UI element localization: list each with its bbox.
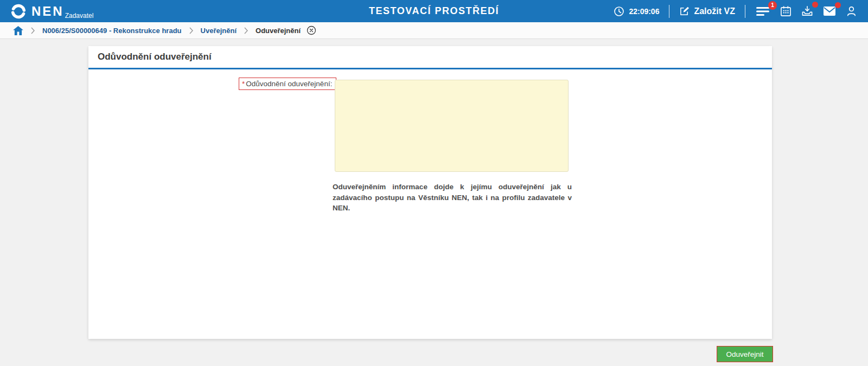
person-icon — [846, 5, 857, 17]
brand-subtitle: Zadavatel — [65, 12, 94, 20]
downloads-badge-dot — [812, 2, 818, 8]
header-divider — [745, 5, 745, 18]
required-asterisk: * — [242, 80, 245, 88]
clock-time: 22:09:06 — [629, 7, 659, 16]
reason-textarea[interactable] — [335, 80, 569, 172]
nen-logo-icon — [10, 3, 27, 20]
create-vz-button[interactable]: Založit VZ — [679, 6, 735, 16]
menu-button[interactable]: 1 — [755, 5, 771, 18]
card-title-row: Odůvodnění oduveřejnění — [88, 46, 772, 69]
app-logo[interactable]: NEN Zadavatel — [10, 3, 93, 20]
breadcrumb-item-uverejneni[interactable]: Uveřejnění — [201, 27, 237, 35]
main-content: Odůvodnění oduveřejnění *Odůvodnění oduv… — [0, 39, 868, 366]
reason-label-text: Odůvodnění oduveřejnění: — [246, 80, 332, 88]
clock-icon — [614, 6, 624, 17]
pencil-square-icon — [679, 6, 690, 16]
user-button[interactable] — [845, 4, 858, 18]
top-header: NEN Zadavatel TESTOVACÍ PROSTŘEDÍ 22:09:… — [0, 0, 868, 22]
menu-badge: 1 — [768, 1, 777, 10]
header-divider — [669, 5, 669, 18]
clock: 22:09:06 — [614, 6, 659, 17]
download-inbox-icon — [801, 5, 813, 17]
chevron-right-icon — [189, 27, 194, 34]
create-vz-label: Založit VZ — [694, 7, 735, 16]
messages-badge-dot — [835, 2, 841, 8]
form-card: Odůvodnění oduveřejnění *Odůvodnění oduv… — [88, 46, 772, 339]
chevron-right-icon — [244, 27, 248, 34]
page-title: Odůvodnění oduveřejnění — [98, 52, 212, 62]
close-breadcrumb-icon[interactable] — [307, 25, 316, 35]
breadcrumb-item-procurement[interactable]: N006/25/S00000649 - Rekonstrukce hradu — [42, 27, 182, 35]
downloads-button[interactable] — [800, 4, 814, 18]
unpublish-button[interactable]: Oduveřejnit — [717, 346, 773, 362]
messages-button[interactable] — [822, 5, 837, 17]
calendar-button[interactable] — [779, 4, 793, 18]
reason-field-label: *Odůvodnění oduveřejnění: — [239, 78, 336, 90]
home-icon[interactable] — [13, 26, 23, 35]
help-text: Oduveřejněním informace dojde k jejímu o… — [333, 182, 572, 214]
calendar-icon — [780, 5, 792, 17]
brand-name: NEN — [31, 5, 64, 18]
breadcrumb-item-current: Oduveřejnění — [256, 27, 301, 35]
breadcrumb: N006/25/S00000649 - Rekonstrukce hradu U… — [0, 22, 868, 39]
envelope-icon — [823, 6, 836, 16]
chevron-right-icon — [30, 27, 35, 34]
